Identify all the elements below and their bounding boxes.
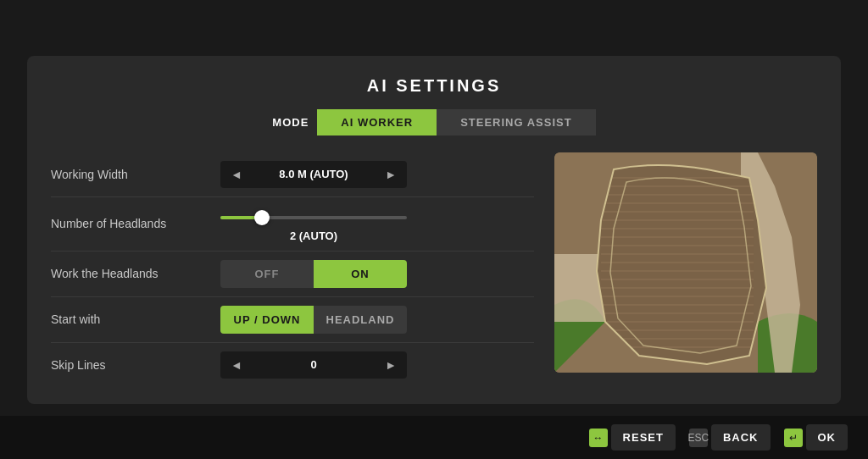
settings-panel: Working Width ◄ 8.0 M (AUTO) ► Number of… — [51, 152, 534, 387]
skip-lines-next[interactable]: ► — [375, 351, 407, 379]
working-width-value: 8.0 M (AUTO) — [253, 168, 375, 180]
map-image — [554, 152, 817, 373]
tab-ai-worker[interactable]: AI WORKER — [317, 109, 437, 135]
working-width-stepper: ◄ 8.0 M (AUTO) ► — [220, 161, 407, 188]
slider-thumb[interactable] — [254, 210, 270, 225]
setting-row-headlands: Number of Headlands 2 (AUTO) — [51, 197, 534, 252]
back-label: BACK — [723, 431, 759, 444]
working-width-next[interactable]: ► — [375, 161, 407, 188]
headlands-control: 2 (AUTO) — [220, 206, 534, 242]
skip-lines-control: ◄ 0 ► — [220, 351, 534, 379]
tab-steering-assist[interactable]: STEERING ASSIST — [437, 109, 596, 135]
esc-icon: ESC — [689, 429, 708, 447]
headlands-value: 2 (AUTO) — [220, 230, 407, 242]
work-headlands-label: Work the Headlands — [51, 267, 220, 280]
reset-label: RESET — [623, 431, 664, 444]
work-headlands-off[interactable]: OFF — [220, 260, 314, 288]
skip-lines-label: Skip Lines — [51, 358, 220, 372]
main-panel: AI SETTINGS MODE AI WORKER STEERING ASSI… — [27, 56, 841, 404]
working-width-label: Working Width — [51, 168, 220, 181]
headlands-slider[interactable] — [220, 206, 407, 230]
ok-button[interactable]: OK — [806, 424, 849, 451]
slider-fill — [220, 216, 258, 219]
reset-button[interactable]: RESET — [611, 424, 676, 451]
skip-lines-stepper: ◄ 0 ► — [220, 351, 407, 379]
skip-lines-value: 0 — [253, 358, 375, 371]
ok-icon: ↵ — [784, 429, 803, 447]
start-with-toggle: UP / DOWN HEADLAND — [220, 306, 407, 334]
setting-row-start-with: Start with UP / DOWN HEADLAND — [51, 297, 534, 343]
back-button[interactable]: BACK — [711, 424, 771, 451]
work-headlands-toggle: OFF ON — [220, 260, 407, 288]
content-area: Working Width ◄ 8.0 M (AUTO) ► Number of… — [51, 152, 817, 387]
tab-bar: MODE AI WORKER STEERING ASSIST — [51, 109, 817, 135]
map-svg — [554, 152, 817, 373]
page-title: AI SETTINGS — [51, 76, 817, 96]
start-with-label: Start with — [51, 312, 220, 326]
bottom-bar: ↔ RESET ESC BACK ↵ OK — [0, 416, 868, 459]
setting-row-working-width: Working Width ◄ 8.0 M (AUTO) ► — [51, 152, 534, 197]
setting-row-work-headlands: Work the Headlands OFF ON — [51, 252, 534, 297]
setting-row-skip-lines: Skip Lines ◄ 0 ► — [51, 343, 534, 387]
work-headlands-on[interactable]: ON — [314, 260, 407, 288]
headlands-label: Number of Headlands — [51, 217, 220, 230]
skip-lines-prev[interactable]: ◄ — [220, 351, 253, 379]
slider-track — [220, 216, 407, 219]
start-with-updown[interactable]: UP / DOWN — [220, 306, 314, 334]
reset-icon: ↔ — [589, 429, 608, 447]
start-with-headland[interactable]: HEADLAND — [314, 306, 407, 334]
work-headlands-control: OFF ON — [220, 260, 534, 288]
mode-label: MODE — [272, 116, 309, 129]
working-width-prev[interactable]: ◄ — [220, 161, 253, 188]
start-with-control: UP / DOWN HEADLAND — [220, 306, 534, 334]
ok-label: OK — [818, 431, 837, 444]
working-width-control: ◄ 8.0 M (AUTO) ► — [220, 161, 534, 188]
map-panel — [554, 152, 817, 387]
